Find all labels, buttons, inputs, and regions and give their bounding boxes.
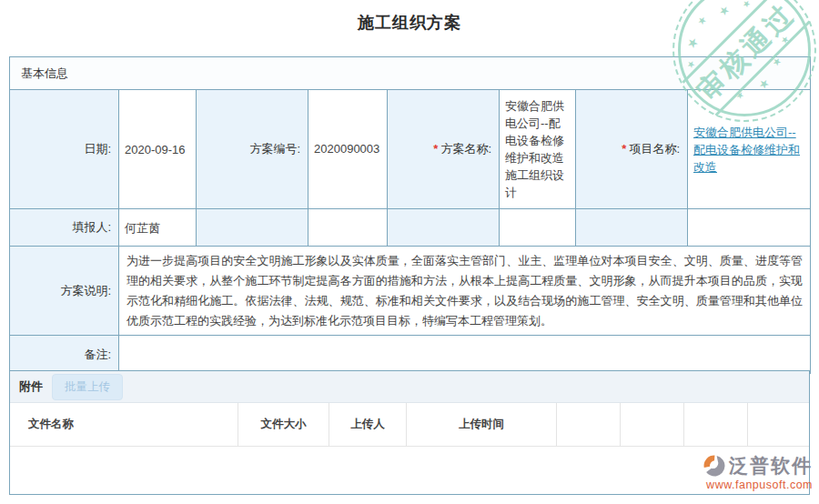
date-label: 日期: bbox=[10, 90, 119, 209]
description-value: 为进一步提高项目的安全文明施工形象以及实体质量，全面落实主管部门、业主、监理单位… bbox=[119, 247, 811, 336]
required-asterisk: * bbox=[622, 142, 626, 156]
star-icon: ★ bbox=[779, 34, 791, 45]
attachments-empty-body bbox=[10, 447, 809, 494]
basic-info-table: 基本信息 日期: 2020-09-16 方案编号: 2020090003 *方案… bbox=[9, 56, 811, 374]
reporter-value: 何芷茵 bbox=[119, 209, 197, 247]
attachments-title: 附件 bbox=[19, 378, 43, 395]
attachments-section: 附件 批量上传 文件名称 文件大小 上传人 上传时间 bbox=[9, 370, 810, 495]
attachments-header: 附件 批量上传 bbox=[10, 371, 809, 403]
empty-value-cell bbox=[308, 209, 388, 247]
plan-no-label: 方案编号: bbox=[197, 90, 308, 209]
project-name-link[interactable]: 安徽合肥供电公司--配电设备检修维护和改造 bbox=[693, 126, 800, 174]
plan-name-value: 安徽合肥供电公司--配电设备检修维护和改造施工组织设计 bbox=[500, 90, 576, 209]
column-upload-time: 上传时间 bbox=[407, 403, 557, 446]
fanpu-logo: 泛普软件 www.fanpusoft.com bbox=[703, 453, 813, 491]
remark-value bbox=[119, 336, 811, 374]
description-label: 方案说明: bbox=[10, 247, 119, 336]
fanpu-logo-icon bbox=[703, 454, 726, 478]
plan-no-value: 2020090003 bbox=[308, 90, 388, 209]
plan-name-label: *方案名称: bbox=[388, 90, 500, 209]
project-name-label: *项目名称: bbox=[576, 90, 688, 209]
basic-info-section-title: 基本信息 bbox=[10, 57, 811, 90]
column-uploader: 上传人 bbox=[329, 403, 407, 446]
column-file-name: 文件名称 bbox=[10, 403, 238, 446]
attachments-column-row: 文件名称 文件大小 上传人 上传时间 bbox=[10, 403, 809, 447]
column-file-size: 文件大小 bbox=[238, 403, 329, 446]
logo-url: www.fanpusoft.com bbox=[706, 479, 813, 491]
project-name-cell: 安徽合肥供电公司--配电设备检修维护和改造 bbox=[688, 90, 811, 209]
remark-label: 备注: bbox=[10, 336, 119, 374]
empty-value-cell bbox=[688, 209, 811, 247]
empty-column bbox=[748, 403, 809, 446]
empty-column bbox=[621, 403, 684, 446]
empty-label-cell bbox=[197, 209, 308, 247]
logo-text: 泛普软件 bbox=[729, 453, 813, 479]
reporter-label: 填报人: bbox=[10, 209, 119, 247]
empty-label-cell bbox=[388, 209, 500, 247]
empty-column bbox=[684, 403, 748, 446]
empty-value-cell bbox=[500, 209, 576, 247]
date-value: 2020-09-16 bbox=[119, 90, 197, 209]
star-icon: ★ bbox=[741, 0, 753, 10]
star-icon: ★ bbox=[684, 35, 702, 52]
batch-upload-button[interactable]: 批量上传 bbox=[52, 374, 123, 400]
page-title: 施工组织方案 bbox=[0, 12, 819, 34]
empty-label-cell bbox=[576, 209, 688, 247]
required-asterisk: * bbox=[433, 142, 438, 156]
empty-column bbox=[557, 403, 621, 446]
